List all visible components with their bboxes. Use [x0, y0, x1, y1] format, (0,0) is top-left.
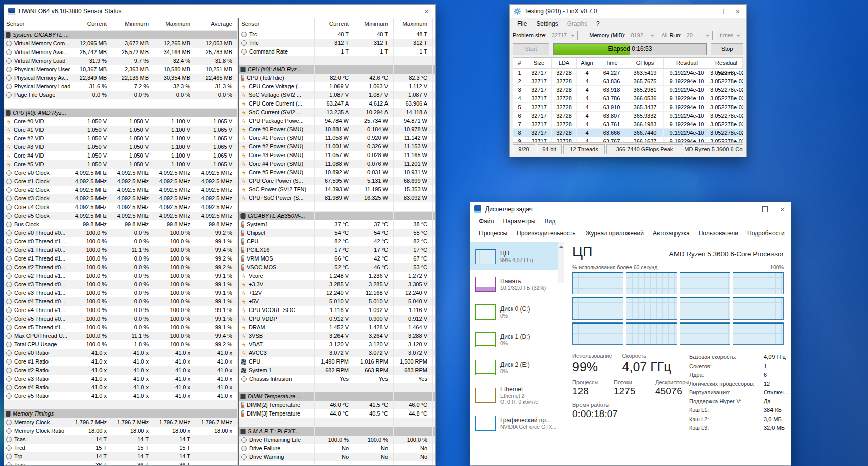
- sensor-row[interactable]: Core #4 Power (SMU)11.088 W0.076 W11.201…: [239, 160, 435, 168]
- sensor-row[interactable]: Core #2 Ratio41.0 x41.0 x41.0 x41.0 x: [4, 366, 238, 375]
- column-header[interactable]: Residual: [664, 58, 710, 69]
- sensor-row[interactable]: Core #2 Thread #1...100.0 %0.0 %100.0 %9…: [4, 272, 238, 280]
- sensor-row[interactable]: CPU Core Power (S...67.595 W5.131 W68.69…: [239, 177, 435, 185]
- close-icon[interactable]: ×: [729, 5, 746, 18]
- scroll-up-icon[interactable]: [559, 244, 563, 248]
- sensor-row[interactable]: Core #1 VID1.050 V1.050 V1.100 V1.065 V: [4, 126, 238, 134]
- sensor-row[interactable]: Physical Memory Av...22,349 MB22,136 MB3…: [4, 74, 238, 82]
- sensor-row[interactable]: Core #4 Clock4,092.5 MHz4,092.5 MHz4,092…: [4, 203, 238, 212]
- sensor-row[interactable]: VSOC MOS52 °C46 °C53 °C: [239, 263, 435, 272]
- sensor-row[interactable]: Core #1 Thread #0...100.0 %11.1 %100.0 %…: [4, 246, 238, 254]
- column-header[interactable]: Size: [526, 58, 552, 69]
- sensor-blank-row[interactable]: [4, 400, 238, 409]
- sensor-row[interactable]: Core #3 Thread #1...100.0 %0.0 %100.0 %9…: [4, 289, 238, 297]
- memory-select[interactable]: 8192: [628, 31, 657, 40]
- sensor-row[interactable]: CPU Core Voltage (...1.069 V1.063 V1.112…: [239, 82, 435, 91]
- tab-2[interactable]: Журнал приложений: [581, 228, 648, 239]
- sensor-row[interactable]: Command Rate1 T1 T1 T: [239, 47, 435, 56]
- tab-3[interactable]: Автозагрузка: [648, 228, 694, 239]
- sensor-blank-row[interactable]: [239, 383, 435, 392]
- run-unit-select[interactable]: times: [717, 31, 743, 40]
- sensor-row[interactable]: Core #3 Power (SMU)11.057 W0.028 W11.165…: [239, 151, 435, 160]
- start-button[interactable]: Start: [513, 43, 549, 55]
- column-header[interactable]: Average: [196, 18, 238, 30]
- sensor-row[interactable]: Virtual Memory Avai...25,742 MB25,572 MB…: [4, 48, 238, 57]
- sidebar-item-mem[interactable]: Память10,1/32,0 ГБ (32%): [470, 270, 564, 298]
- sensor-row[interactable]: Core #5 Clock4,092.5 MHz4,092.5 MHz4,092…: [4, 212, 238, 220]
- tab-0[interactable]: Процессы: [474, 228, 512, 239]
- sensor-row[interactable]: CPU VCORE SOC1.116 V1.092 V1.116 V: [239, 306, 435, 315]
- sensor-row[interactable]: AVCC33.072 V3.072 V3.072 V: [239, 349, 435, 357]
- sensor-row[interactable]: DIMM[3] Temperature44.8 °C40.5 °C44.8 °C: [239, 409, 435, 418]
- maximize-icon[interactable]: [756, 202, 774, 216]
- sensor-row[interactable]: SoC Power (SVI2 TFN)14.393 W11.195 W15.3…: [239, 185, 435, 194]
- column-header[interactable]: Current: [70, 18, 112, 30]
- minimize-icon[interactable]: –: [739, 202, 756, 216]
- sensor-row[interactable]: System137 °C37 °C38 °C: [239, 220, 435, 229]
- maximize-icon[interactable]: [712, 5, 729, 18]
- column-header[interactable]: LDA: [552, 58, 577, 69]
- sensor-row[interactable]: Chipset54 °C54 °C55 °C: [239, 229, 435, 237]
- result-row[interactable]: 53271732728463.910365.34379.192294e-103.…: [513, 103, 743, 112]
- sensor-row[interactable]: Bus Clock99.8 MHz99.8 MHz99.8 MHz99.8 MH…: [4, 220, 238, 229]
- sensor-row[interactable]: Virtual Memory Load31.9 %9.7 %32.4 %31.8…: [4, 57, 238, 65]
- column-header[interactable]: Maximum: [394, 18, 433, 30]
- sensor-section-row[interactable]: Memory Timings: [4, 409, 238, 418]
- sensor-row[interactable]: Core #0 VID1.050 V1.050 V1.100 V1.065 V: [4, 117, 238, 126]
- sensor-row[interactable]: Core #5 Thread #0...100.0 %0.0 %100.0 %9…: [4, 315, 238, 323]
- result-row[interactable]: 33271732728463.918365.29819.192294e-103.…: [513, 86, 743, 94]
- sensor-row[interactable]: System 1682 RPM663 RPM683 RPM: [239, 366, 435, 375]
- sensor-row[interactable]: Tcas14 T14 T14 T: [4, 435, 238, 444]
- sensor-row[interactable]: Core #5 Power (SMU)10.892 W0.031 W10.931…: [239, 168, 435, 177]
- sensor-blank-row[interactable]: [239, 461, 435, 465]
- menu-item-graphs[interactable]: Graphs: [563, 20, 592, 27]
- menu-item[interactable]: Вид: [540, 218, 560, 225]
- sensor-row[interactable]: Core #4 Thread #1...100.0 %0.0 %100.0 %9…: [4, 306, 238, 315]
- sensor-row[interactable]: Physical Memory Used10,367 MB2,363 MB10,…: [4, 65, 238, 74]
- sensor-row[interactable]: Core #1 Clock4,092.5 MHz4,092.5 MHz4,092…: [4, 177, 238, 186]
- sensor-row[interactable]: Core #0 Thread #1...100.0 %0.0 %100.0 %9…: [4, 237, 238, 246]
- column-header[interactable]: Residual (norm.): [710, 58, 743, 69]
- sensor-row[interactable]: Page File Usage0.0 %0.0 %0.0 %0.0 %: [4, 91, 238, 99]
- sensor-row[interactable]: Core #4 VID1.050 V1.050 V1.100 V1.065 V: [4, 151, 238, 160]
- column-header[interactable]: Time: [597, 58, 626, 69]
- sensor-row[interactable]: Core #0 Thread #0...100.0 %0.0 %100.0 %9…: [4, 229, 238, 237]
- close-icon[interactable]: ×: [418, 5, 435, 18]
- sensor-row[interactable]: CPU Package Powe...94.784 W25.734 W94.87…: [239, 117, 435, 125]
- sensor-row[interactable]: Core #5 VID1.050 V1.050 V1.100 V1.065 V: [4, 160, 238, 169]
- problem-size-select[interactable]: 32717: [549, 31, 578, 40]
- sensor-row[interactable]: Total CPU Usage100.0 %1.8 %100.0 %99.2 %: [4, 340, 238, 349]
- menu-item[interactable]: Параметры: [499, 218, 540, 225]
- sensor-row[interactable]: +3.3V3.285 V3.285 V3.305 V: [239, 280, 435, 289]
- column-header[interactable]: #: [513, 58, 526, 69]
- column-header[interactable]: Maximum: [154, 18, 196, 30]
- sensor-row[interactable]: Drive FailureNoNoNo: [239, 444, 435, 453]
- column-header[interactable]: Sensor: [4, 18, 70, 30]
- stop-button[interactable]: Stop: [711, 43, 743, 55]
- sidebar-item-disk[interactable]: Диск 1 (D:)0%: [470, 326, 564, 353]
- sensor-row[interactable]: Core #2 Thread #0...100.0 %0.0 %100.0 %9…: [4, 263, 238, 272]
- sensor-row[interactable]: CPU1,490 RPM1,016 RPM1,500 RPM: [239, 357, 435, 366]
- sensor-row[interactable]: Trc48 T48 T48 T: [239, 30, 435, 39]
- sensor-section-row[interactable]: GIGABYTE AB350M-...: [239, 211, 435, 220]
- column-header[interactable]: Current: [315, 18, 354, 30]
- menu-item[interactable]: Файл: [474, 218, 499, 225]
- sensor-row[interactable]: 3VSB3.264 V3.264 V3.288 V: [239, 332, 435, 340]
- result-row[interactable]: 13271732728464.227363.54199.192294e-103.…: [513, 69, 743, 77]
- sensor-row[interactable]: Trcd15 T15 T15 T: [4, 444, 238, 452]
- sensor-row[interactable]: CPU82 °C42 °C82 °C: [239, 237, 435, 246]
- tab-5[interactable]: Подробности: [743, 228, 789, 239]
- column-header[interactable]: Sensor: [239, 18, 315, 30]
- minimize-icon[interactable]: –: [383, 5, 401, 18]
- sensor-row[interactable]: Core #1 Ratio41.0 x41.0 x41.0 x41.0 x: [4, 357, 238, 366]
- sensor-row[interactable]: Core #3 Ratio41.0 x41.0 x41.0 x41.0 x: [4, 375, 238, 383]
- sensor-row[interactable]: Core #0 Power (SMU)10.881 W0.184 W10.978…: [239, 125, 435, 134]
- sensor-row[interactable]: Core #2 Clock4,092.5 MHz4,092.5 MHz4,092…: [4, 186, 238, 194]
- close-icon[interactable]: ×: [774, 202, 791, 216]
- sensor-row[interactable]: Memory Clock1,796.7 MHz1,796.7 MHz1,796.…: [4, 418, 238, 427]
- result-row[interactable]: 73271732728463.761366.19839.192294e-103.…: [513, 120, 743, 129]
- sensor-row[interactable]: PCIEX1617 °C17 °C17 °C: [239, 246, 435, 254]
- column-header[interactable]: Minimum: [112, 18, 154, 30]
- sensor-row[interactable]: Max CPU/Thread U...100.0 %11.1 %100.0 %9…: [4, 332, 238, 340]
- tab-6[interactable]: Службы: [789, 228, 791, 239]
